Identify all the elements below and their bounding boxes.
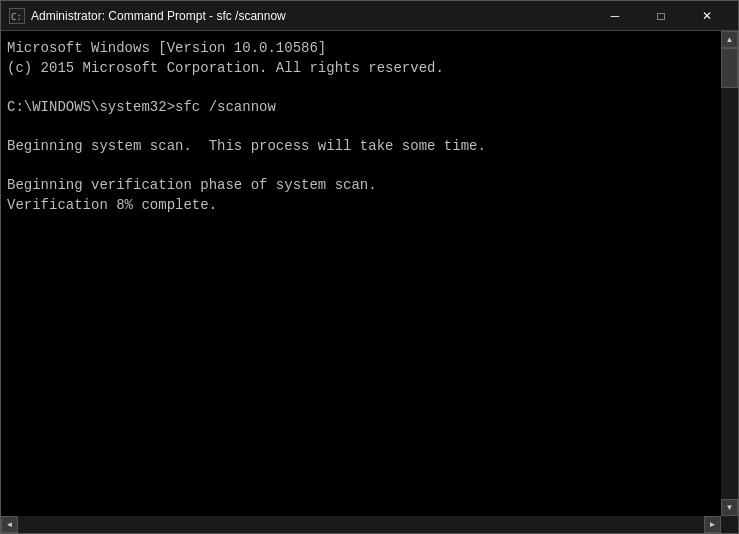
hscrollbar-track[interactable]: [18, 516, 704, 533]
scrollbar-thumb[interactable]: [721, 48, 738, 88]
maximize-button[interactable]: □: [638, 1, 684, 31]
scroll-right-button[interactable]: ►: [704, 516, 721, 533]
scrollbar-corner: [721, 516, 738, 533]
close-button[interactable]: ✕: [684, 1, 730, 31]
terminal-output[interactable]: Microsoft Windows [Version 10.0.10586] (…: [1, 31, 721, 516]
vertical-scrollbar: ▲ ▼: [721, 31, 738, 516]
svg-text:C:: C:: [11, 12, 22, 22]
scrollbar-track[interactable]: [721, 48, 738, 499]
scroll-left-button[interactable]: ◄: [1, 516, 18, 533]
scroll-up-button[interactable]: ▲: [721, 31, 738, 48]
content-area: Microsoft Windows [Version 10.0.10586] (…: [1, 31, 738, 516]
command-prompt-window: C: Administrator: Command Prompt - sfc /…: [0, 0, 739, 534]
horizontal-scrollbar: ◄ ►: [1, 516, 738, 533]
scroll-down-button[interactable]: ▼: [721, 499, 738, 516]
window-controls: ─ □ ✕: [592, 1, 730, 31]
cmd-icon: C:: [9, 8, 25, 24]
title-bar: C: Administrator: Command Prompt - sfc /…: [1, 1, 738, 31]
terminal-text: Microsoft Windows [Version 10.0.10586] (…: [7, 39, 715, 215]
minimize-button[interactable]: ─: [592, 1, 638, 31]
window-title: Administrator: Command Prompt - sfc /sca…: [31, 9, 592, 23]
